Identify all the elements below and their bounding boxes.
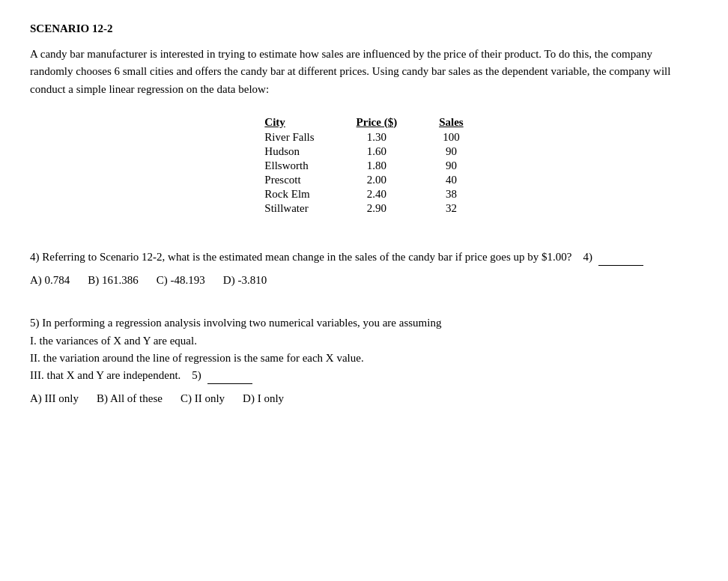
table-cell-sales: 40 xyxy=(418,173,485,187)
col-header-sales: Sales xyxy=(418,115,485,130)
table-row: Ellsworth1.8090 xyxy=(243,159,484,173)
table-row: Stillwater2.9032 xyxy=(243,201,484,216)
table-cell-city: Hudson xyxy=(243,145,335,159)
q5-option-a: A) III only xyxy=(30,390,79,407)
table-cell-price: 1.60 xyxy=(336,145,419,159)
question-5-block: 5) In performing a regression analysis i… xyxy=(30,314,698,407)
question-4-block: 4) Referring to Scenario 12-2, what is t… xyxy=(30,249,698,290)
table-row: River Falls1.30100 xyxy=(243,130,484,145)
question-5-line-3: II. the variation around the line of reg… xyxy=(30,350,698,367)
question-5-line-2: I. the variances of X and Y are equal. xyxy=(30,332,698,350)
table-row: Prescott2.0040 xyxy=(243,173,484,187)
table-cell-sales: 90 xyxy=(418,159,485,173)
table-cell-price: 1.30 xyxy=(336,130,419,145)
question-4-body: 4) Referring to Scenario 12-2, what is t… xyxy=(30,251,643,263)
q4-option-b: B) 161.386 xyxy=(88,272,139,289)
table-cell-city: Prescott xyxy=(243,173,335,187)
question-5-line-4-text: III. that X and Y are independent. xyxy=(30,369,181,381)
question-5-line-4: III. that X and Y are independent. 5) xyxy=(30,367,698,384)
data-table: City Price ($) Sales River Falls1.30100H… xyxy=(243,115,484,216)
intro-text: A candy bar manufacturer is interested i… xyxy=(30,46,698,98)
q4-option-d: D) -3.810 xyxy=(223,272,267,289)
col-header-price: Price ($) xyxy=(336,115,419,130)
table-cell-sales: 32 xyxy=(418,201,485,216)
q4-option-a: A) 0.784 xyxy=(30,272,70,289)
table-row: Rock Elm2.4038 xyxy=(243,187,484,201)
q5-option-d: D) I only xyxy=(243,390,284,407)
table-cell-price: 2.90 xyxy=(336,201,419,216)
table-cell-city: River Falls xyxy=(243,130,335,145)
q5-option-b: B) All of these xyxy=(97,390,163,407)
question-5-line-1: 5) In performing a regression analysis i… xyxy=(30,314,698,332)
table-cell-price: 1.80 xyxy=(336,159,419,173)
table-cell-price: 2.40 xyxy=(336,187,419,201)
table-cell-price: 2.00 xyxy=(336,173,419,187)
table-cell-sales: 90 xyxy=(418,145,485,159)
data-table-wrapper: City Price ($) Sales River Falls1.30100H… xyxy=(30,115,698,216)
col-header-city: City xyxy=(243,115,335,130)
q4-option-c: C) -48.193 xyxy=(157,272,205,289)
table-cell-city: Ellsworth xyxy=(243,159,335,173)
table-cell-city: Rock Elm xyxy=(243,187,335,201)
question-4-options: A) 0.784 B) 161.386 C) -48.193 D) -3.810 xyxy=(30,272,698,289)
table-row: Hudson1.6090 xyxy=(243,145,484,159)
table-cell-sales: 100 xyxy=(418,130,485,145)
question-4-text: 4) Referring to Scenario 12-2, what is t… xyxy=(30,249,698,266)
question-5-text: 5) In performing a regression analysis i… xyxy=(30,314,698,384)
q5-option-c: C) II only xyxy=(181,390,225,407)
scenario-title: SCENARIO 12-2 xyxy=(30,22,698,35)
question-5-options: A) III only B) All of these C) II only D… xyxy=(30,390,698,407)
table-cell-city: Stillwater xyxy=(243,201,335,216)
table-cell-sales: 38 xyxy=(418,187,485,201)
